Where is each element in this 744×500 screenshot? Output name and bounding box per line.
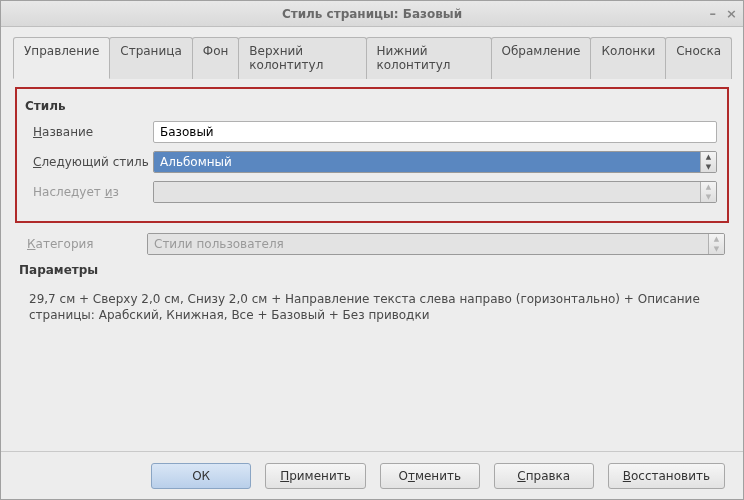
tab-footnote[interactable]: Сноска bbox=[665, 37, 732, 79]
tab-background[interactable]: Фон bbox=[192, 37, 240, 79]
tab-borders[interactable]: Обрамление bbox=[491, 37, 592, 79]
inherit-combo: ▲ ▼ bbox=[153, 181, 717, 203]
cancel-button[interactable]: Отменить bbox=[380, 463, 480, 489]
next-style-field-wrap: Альбомный ▲ ▼ bbox=[153, 151, 717, 173]
name-input[interactable] bbox=[153, 121, 717, 143]
apply-button[interactable]: Применить bbox=[265, 463, 366, 489]
titlebar: Стиль страницы: Базовый – × bbox=[1, 1, 743, 27]
dialog-window: Стиль страницы: Базовый – × Управление С… bbox=[0, 0, 744, 500]
next-style-label: Следующий стиль bbox=[25, 155, 153, 169]
params-section: Параметры 29,7 см + Сверху 2,0 см, Снизу… bbox=[19, 263, 725, 323]
tab-bar: Управление Страница Фон Верхний колонтит… bbox=[13, 36, 731, 79]
minimize-icon[interactable]: – bbox=[710, 6, 717, 21]
tab-footer[interactable]: Нижний колонтитул bbox=[366, 37, 492, 79]
next-style-combo[interactable]: Альбомный ▲ ▼ bbox=[153, 151, 717, 173]
style-section-header: Стиль bbox=[25, 99, 717, 113]
params-text: 29,7 см + Сверху 2,0 см, Снизу 2,0 см + … bbox=[19, 285, 725, 323]
next-style-value: Альбомный bbox=[154, 152, 700, 172]
inherit-value bbox=[154, 182, 700, 202]
window-title: Стиль страницы: Базовый bbox=[1, 7, 743, 21]
name-label-text: Н bbox=[33, 125, 42, 139]
name-label: Название bbox=[25, 125, 153, 139]
next-style-spinner[interactable]: ▲ ▼ bbox=[700, 152, 716, 172]
category-value: Стили пользователя bbox=[148, 234, 708, 254]
chevron-up-icon: ▲ bbox=[709, 234, 724, 244]
tab-columns[interactable]: Колонки bbox=[590, 37, 666, 79]
inherit-field-wrap: ▲ ▼ bbox=[153, 181, 717, 203]
name-field-wrap bbox=[153, 121, 717, 143]
category-label: Категория bbox=[19, 237, 147, 251]
close-icon[interactable]: × bbox=[726, 6, 737, 21]
category-spinner: ▲ ▼ bbox=[708, 234, 724, 254]
params-header: Параметры bbox=[19, 263, 725, 277]
tab-organizer[interactable]: Управление bbox=[13, 37, 110, 79]
chevron-down-icon[interactable]: ▼ bbox=[701, 162, 716, 172]
chevron-down-icon: ▼ bbox=[709, 244, 724, 254]
row-next-style: Следующий стиль Альбомный ▲ ▼ bbox=[25, 151, 717, 173]
category-field-wrap: Стили пользователя ▲ ▼ bbox=[147, 233, 725, 255]
ok-button[interactable]: ОК bbox=[151, 463, 251, 489]
category-combo: Стили пользователя ▲ ▼ bbox=[147, 233, 725, 255]
chevron-down-icon: ▼ bbox=[701, 192, 716, 202]
style-group-highlight: Стиль Название Следующий стиль Альбомный… bbox=[15, 87, 729, 223]
tab-page-organizer: Стиль Название Следующий стиль Альбомный… bbox=[13, 79, 731, 445]
tab-page[interactable]: Страница bbox=[109, 37, 193, 79]
row-category: Категория Стили пользователя ▲ ▼ bbox=[19, 233, 725, 255]
row-name: Название bbox=[25, 121, 717, 143]
inherit-label: Наследует из bbox=[25, 185, 153, 199]
content-area: Управление Страница Фон Верхний колонтит… bbox=[1, 27, 743, 451]
row-inherit: Наследует из ▲ ▼ bbox=[25, 181, 717, 203]
dialog-button-row: ОК Применить Отменить Справка Восстанови… bbox=[1, 451, 743, 499]
inherit-spinner: ▲ ▼ bbox=[700, 182, 716, 202]
tab-header[interactable]: Верхний колонтитул bbox=[238, 37, 366, 79]
chevron-up-icon: ▲ bbox=[701, 182, 716, 192]
window-buttons: – × bbox=[710, 1, 737, 26]
help-button[interactable]: Справка bbox=[494, 463, 594, 489]
reset-button[interactable]: Восстановить bbox=[608, 463, 725, 489]
chevron-up-icon[interactable]: ▲ bbox=[701, 152, 716, 162]
